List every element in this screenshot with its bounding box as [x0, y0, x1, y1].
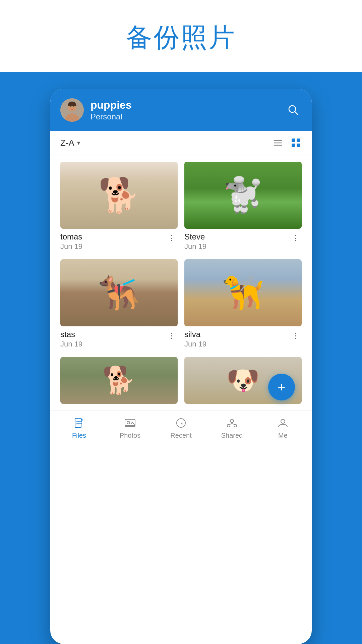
photo-info-steve: Steve Jun 19 ⋮: [184, 229, 302, 253]
svg-point-4: [73, 106, 74, 107]
nav-item-photos[interactable]: Photos: [105, 416, 156, 439]
photo-thumb-silva[interactable]: [184, 259, 302, 326]
svg-point-26: [281, 419, 285, 423]
photo-card-tomas: tomas Jun 19 ⋮: [60, 162, 178, 253]
avatar: [60, 98, 84, 122]
search-button[interactable]: [285, 102, 302, 118]
photo-thumb-tomas[interactable]: [60, 162, 178, 229]
add-icon: +: [278, 380, 285, 394]
photo-grid: tomas Jun 19 ⋮ Steve Jun 19 ⋮: [50, 155, 312, 357]
page-title: 备份照片: [106, 0, 256, 72]
page-background: 备份照片 pu: [0, 0, 362, 644]
photo-name-steve: Steve: [184, 232, 206, 241]
app-header: puppies Personal: [50, 89, 312, 131]
files-icon: [72, 416, 86, 430]
list-view-button[interactable]: [272, 137, 284, 149]
svg-point-25: [234, 424, 237, 427]
photo-name-stas: stas: [60, 330, 82, 339]
nav-item-shared[interactable]: Shared: [206, 416, 257, 439]
svg-point-19: [127, 421, 130, 424]
nav-label-files: Files: [72, 432, 86, 439]
view-toggle: [272, 137, 302, 149]
photo-thumb-steve[interactable]: [184, 162, 302, 229]
more-button-tomas[interactable]: ⋮: [166, 232, 178, 244]
photo-name-silva: silva: [184, 330, 206, 339]
more-button-steve[interactable]: ⋮: [290, 232, 302, 244]
photo-card-stas: stas Jun 19 ⋮: [60, 259, 178, 350]
photo-info-silva: silva Jun 19 ⋮: [184, 326, 302, 350]
svg-rect-13: [297, 144, 300, 147]
nav-label-me: Me: [278, 432, 288, 439]
header-text: puppies Personal: [90, 99, 278, 121]
svg-rect-10: [292, 139, 295, 142]
sort-selector[interactable]: Z-A ▾: [60, 138, 80, 148]
photo-date-silva: Jun 19: [184, 340, 206, 348]
photo-date-steve: Jun 19: [184, 242, 206, 251]
shared-icon: [225, 416, 239, 430]
photos-icon: [123, 416, 137, 430]
add-button[interactable]: +: [268, 374, 295, 400]
recent-icon: [174, 416, 188, 430]
nav-item-recent[interactable]: Recent: [156, 416, 206, 439]
svg-rect-14: [75, 418, 81, 428]
photo-card-steve: Steve Jun 19 ⋮: [184, 162, 302, 253]
svg-line-6: [295, 112, 298, 115]
svg-point-23: [230, 419, 234, 423]
photo-name-tomas: tomas: [60, 232, 82, 241]
photo-date-tomas: Jun 19: [60, 242, 82, 251]
svg-point-24: [227, 424, 230, 427]
nav-label-photos: Photos: [120, 432, 140, 439]
more-button-stas[interactable]: ⋮: [166, 330, 178, 342]
nav-item-me[interactable]: Me: [257, 416, 308, 439]
svg-point-3: [70, 106, 71, 107]
blue-section: puppies Personal Z-A ▾: [0, 72, 362, 644]
svg-rect-12: [292, 144, 295, 147]
folder-name: puppies: [90, 99, 278, 111]
folder-type: Personal: [90, 112, 278, 121]
grid-view-button[interactable]: [290, 137, 302, 149]
partial-card-1[interactable]: [60, 357, 178, 404]
partial-photo-row: +: [50, 357, 312, 411]
sort-bar: Z-A ▾: [50, 131, 312, 155]
photo-info-tomas: tomas Jun 19 ⋮: [60, 229, 178, 253]
svg-rect-11: [297, 139, 300, 142]
nav-label-shared: Shared: [221, 432, 243, 439]
photo-info-stas: stas Jun 19 ⋮: [60, 326, 178, 350]
more-button-silva[interactable]: ⋮: [290, 330, 302, 342]
svg-line-22: [181, 423, 183, 424]
photo-date-stas: Jun 19: [60, 340, 82, 348]
chevron-down-icon: ▾: [77, 139, 80, 147]
phone-frame: puppies Personal Z-A ▾: [50, 89, 312, 644]
photo-thumb-stas[interactable]: [60, 259, 178, 326]
top-section: 备份照片: [0, 0, 362, 72]
photo-card-silva: silva Jun 19 ⋮: [184, 259, 302, 350]
nav-item-files[interactable]: Files: [54, 416, 105, 439]
nav-label-recent: Recent: [170, 432, 191, 439]
me-icon: [276, 416, 290, 430]
bottom-navigation: Files Photos: [50, 411, 312, 447]
sort-value: Z-A: [60, 138, 74, 148]
